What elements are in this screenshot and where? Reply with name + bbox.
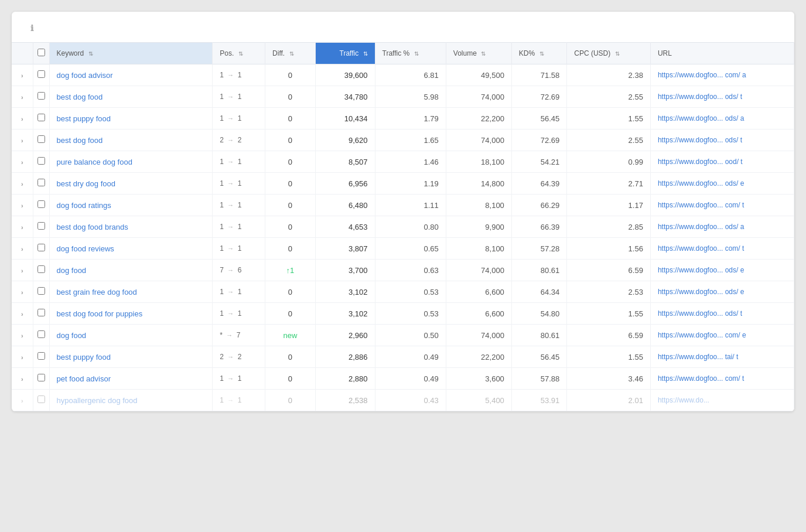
expand-arrow-icon[interactable]: › <box>21 376 23 383</box>
row-expand[interactable]: › <box>12 64 33 86</box>
row-expand[interactable]: › <box>12 325 33 346</box>
row-checkbox[interactable] <box>37 157 45 165</box>
col-cpc[interactable]: CPC (USD) ⇅ <box>567 43 651 64</box>
expand-arrow-icon[interactable]: › <box>21 115 23 122</box>
row-expand[interactable]: › <box>12 195 33 216</box>
row-checkbox[interactable] <box>37 92 45 100</box>
row-expand[interactable]: › <box>12 368 33 390</box>
col-diff[interactable]: Diff. ⇅ <box>265 43 316 64</box>
col-traffic[interactable]: Traffic ⇅ <box>315 43 375 64</box>
row-keyword[interactable]: best dog food brands <box>49 216 213 238</box>
row-keyword[interactable]: best dog food <box>49 86 213 108</box>
row-checkbox[interactable] <box>37 135 45 143</box>
row-url[interactable]: https://www.dogfoo... com/ t <box>650 238 794 260</box>
info-icon[interactable]: ℹ <box>30 23 33 33</box>
row-checkbox[interactable] <box>37 265 45 273</box>
row-expand[interactable]: › <box>12 260 33 281</box>
row-checkbox[interactable] <box>37 330 45 338</box>
row-url[interactable]: https://www.dogfoo... com/ t <box>650 368 794 390</box>
row-checkbox[interactable] <box>37 179 45 186</box>
row-traffic-pct: 0.65 <box>375 238 446 260</box>
row-diff: 0 <box>265 281 316 303</box>
row-url[interactable]: https://www.dogfoo... ods/ t <box>650 129 794 151</box>
row-url[interactable]: https://www.dogfoo... ods/ e <box>650 281 794 303</box>
row-expand[interactable]: › <box>12 86 33 108</box>
expand-arrow-icon[interactable]: › <box>21 72 23 79</box>
row-expand[interactable]: › <box>12 129 33 151</box>
row-keyword[interactable]: hypoallergenic dog food <box>49 390 213 411</box>
row-keyword[interactable]: dog food <box>49 325 213 346</box>
row-url[interactable]: https://www.dogfoo... ods/ t <box>650 86 794 108</box>
row-url[interactable]: https://www.dogfoo... ood/ t <box>650 151 794 173</box>
col-pos[interactable]: Pos. ⇅ <box>213 43 265 64</box>
row-checkbox[interactable] <box>37 352 45 360</box>
row-expand[interactable]: › <box>12 108 33 129</box>
expand-arrow-icon[interactable]: › <box>21 311 23 318</box>
expand-arrow-icon[interactable]: › <box>21 267 23 274</box>
row-keyword[interactable]: pet food advisor <box>49 368 213 390</box>
row-keyword[interactable]: dog food reviews <box>49 238 213 260</box>
row-checkbox[interactable] <box>37 244 45 251</box>
row-checkbox[interactable] <box>37 309 45 316</box>
row-expand[interactable]: › <box>12 390 33 411</box>
row-kd: 57.88 <box>511 368 566 390</box>
expand-arrow-icon[interactable]: › <box>21 94 23 101</box>
row-checkbox[interactable] <box>37 374 45 381</box>
col-keyword[interactable]: Keyword ⇅ <box>49 43 213 64</box>
row-expand[interactable]: › <box>12 238 33 260</box>
row-checkbox[interactable] <box>37 395 45 403</box>
row-volume: 74,000 <box>446 325 511 346</box>
col-traffic-pct[interactable]: Traffic % ⇅ <box>375 43 446 64</box>
row-volume: 22,200 <box>446 346 511 368</box>
row-url[interactable]: https://www.dogfoo... ods/ e <box>650 260 794 281</box>
row-keyword[interactable]: best dog food <box>49 129 213 151</box>
row-expand[interactable]: › <box>12 216 33 238</box>
expand-arrow-icon[interactable]: › <box>21 332 23 339</box>
row-url[interactable]: https://www.dogfoo... com/ t <box>650 195 794 216</box>
row-diff: 0 <box>265 368 316 390</box>
expand-arrow-icon[interactable]: › <box>21 289 23 296</box>
expand-arrow-icon[interactable]: › <box>21 202 23 209</box>
row-expand[interactable]: › <box>12 151 33 173</box>
expand-arrow-icon[interactable]: › <box>21 224 23 231</box>
row-url[interactable]: https://www.dogfoo... ods/ a <box>650 108 794 129</box>
row-keyword[interactable]: best puppy food <box>49 346 213 368</box>
row-checkbox[interactable] <box>37 114 45 121</box>
table-row: ›dog food* → 7new2,9600.5074,00080.616.5… <box>12 325 794 346</box>
row-expand[interactable]: › <box>12 346 33 368</box>
row-keyword[interactable]: dog food advisor <box>49 64 213 86</box>
row-keyword[interactable]: dog food ratings <box>49 195 213 216</box>
row-expand[interactable]: › <box>12 303 33 325</box>
row-url[interactable]: https://www.dogfoo... com/ a <box>650 64 794 86</box>
row-keyword[interactable]: best puppy food <box>49 108 213 129</box>
row-expand[interactable]: › <box>12 173 33 195</box>
expand-arrow-icon[interactable]: › <box>21 397 23 404</box>
row-keyword[interactable]: best dry dog food <box>49 173 213 195</box>
row-keyword[interactable]: best grain free dog food <box>49 281 213 303</box>
row-pos: 1 → 1 <box>213 64 265 86</box>
row-checkbox[interactable] <box>37 287 45 295</box>
row-traffic: 39,600 <box>315 64 375 86</box>
expand-arrow-icon[interactable]: › <box>21 354 23 361</box>
expand-arrow-icon[interactable]: › <box>21 137 23 144</box>
col-volume[interactable]: Volume ⇅ <box>446 43 511 64</box>
row-traffic: 6,956 <box>315 173 375 195</box>
row-checkbox[interactable] <box>37 200 45 208</box>
expand-arrow-icon[interactable]: › <box>21 245 23 253</box>
row-url[interactable]: https://www.dogfoo... ods/ a <box>650 216 794 238</box>
row-checkbox[interactable] <box>37 70 45 78</box>
col-kd[interactable]: KD% ⇅ <box>511 43 566 64</box>
select-all-checkbox[interactable] <box>37 49 45 56</box>
row-url[interactable]: https://www.dogfoo... com/ e <box>650 325 794 346</box>
row-keyword[interactable]: best dog food for puppies <box>49 303 213 325</box>
row-url[interactable]: https://www.do... <box>650 390 794 411</box>
row-expand[interactable]: › <box>12 281 33 303</box>
row-url[interactable]: https://www.dogfoo... ods/ e <box>650 173 794 195</box>
row-keyword[interactable]: dog food <box>49 260 213 281</box>
expand-arrow-icon[interactable]: › <box>21 159 23 166</box>
row-checkbox[interactable] <box>37 222 45 230</box>
row-keyword[interactable]: pure balance dog food <box>49 151 213 173</box>
expand-arrow-icon[interactable]: › <box>21 180 23 187</box>
row-url[interactable]: https://www.dogfoo... ods/ t <box>650 303 794 325</box>
row-url[interactable]: https://www.dogfoo... tai/ t <box>650 346 794 368</box>
